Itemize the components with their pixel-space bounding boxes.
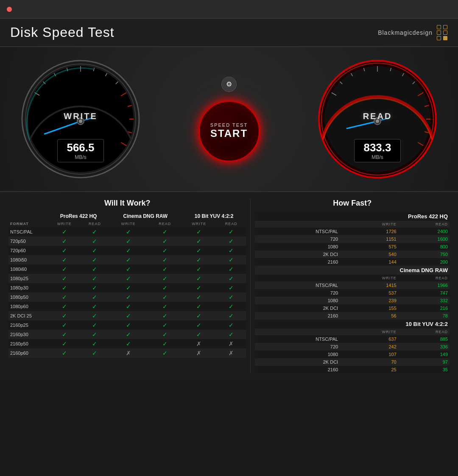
wiw-cell: ✓	[109, 339, 148, 348]
wiw-cell: ✓	[109, 255, 148, 264]
wiw-cell: ✓	[48, 339, 81, 348]
check-icon: ✓	[92, 228, 97, 235]
read-gauge: READ 833.3 MB/s	[314, 56, 441, 183]
cdng-read-header: READ	[148, 220, 182, 227]
hf-row-label: 2K DCI	[255, 251, 340, 258]
cdng-write-header: WRITE	[109, 220, 148, 227]
brand-name: Blackmagicdesign	[378, 29, 433, 36]
start-button[interactable]: SPEED TEST START	[198, 100, 260, 162]
wiw-row-label: 720p50	[8, 237, 48, 246]
hf-data-row: 21602535	[255, 366, 450, 373]
how-fast-table: ProRes 422 HQWRITEREADNTSC/PAL1726240072…	[255, 212, 450, 373]
wiw-row-label: 2160p25	[8, 320, 48, 330]
wiw-row: 1080p50✓✓✓✓✓✓	[8, 292, 246, 302]
wiw-cell: ✓	[109, 274, 148, 283]
hf-row-label: 1080	[255, 243, 340, 251]
wiw-cell: ✓	[148, 237, 182, 246]
wiw-row: 2160p25✓✓✓✓✓✓	[8, 320, 246, 330]
wiw-cell: ✓	[182, 311, 216, 320]
brand-logo	[437, 25, 448, 40]
wiw-cell: ✓	[81, 292, 109, 302]
check-icon: ✓	[126, 284, 131, 291]
hf-write-value: 56	[340, 312, 398, 320]
check-icon: ✓	[62, 284, 67, 291]
check-icon: ✓	[196, 303, 201, 310]
hf-data-row: 72011511600	[255, 235, 450, 243]
close-button[interactable]	[7, 7, 12, 12]
check-icon: ✓	[126, 266, 131, 273]
check-icon: ✓	[92, 312, 97, 319]
check-icon: ✓	[162, 350, 168, 356]
wiw-cell: ✓	[81, 320, 109, 330]
hf-data-row: 1080239332	[255, 297, 450, 304]
check-icon: ✓	[229, 303, 234, 310]
check-icon: ✓	[92, 350, 97, 356]
wiw-cell: ✓	[182, 330, 216, 339]
wiw-row: 2160p60✓✓✗✓✗✗	[8, 348, 246, 358]
wiw-cell: ✓	[109, 246, 148, 255]
wiw-row-label: 1080i60	[8, 264, 48, 274]
hf-write-value: 107	[340, 351, 398, 358]
wiw-cell: ✓	[81, 330, 109, 339]
gauges-section: WRITE 566.5 MB/s ⚙ SPEED TEST START	[0, 47, 458, 192]
check-icon: ✓	[162, 294, 168, 301]
check-icon: ✓	[62, 228, 67, 235]
wiw-cell: ✓	[216, 246, 246, 255]
wiw-cell: ✓	[148, 283, 182, 292]
check-icon: ✓	[62, 275, 67, 282]
wiw-cell: ✓	[216, 330, 246, 339]
hf-data-row: 2K DCI7097	[255, 358, 450, 366]
wiw-cell: ✓	[216, 302, 246, 311]
read-gauge-value-box: 833.3 MB/s	[354, 139, 401, 162]
cross-icon: ✗	[196, 340, 201, 347]
wiw-cell: ✓	[48, 283, 81, 292]
wiw-cell: ✓	[81, 283, 109, 292]
wiw-cell: ✓	[182, 255, 216, 264]
check-icon: ✓	[229, 312, 234, 319]
logo-sq-5	[437, 36, 441, 40]
prores-write-header: WRITE	[48, 220, 81, 227]
check-icon: ✓	[62, 312, 67, 319]
check-icon: ✓	[196, 294, 201, 301]
read-gauge-unit: MB/s	[360, 154, 394, 160]
wiw-cell: ✓	[182, 283, 216, 292]
settings-button[interactable]: ⚙	[221, 77, 237, 92]
wiw-cell: ✓	[148, 302, 182, 311]
logo-sq-3	[437, 31, 441, 35]
check-icon: ✓	[229, 228, 234, 235]
hf-row-label: 2K DCI	[255, 304, 340, 312]
hf-group-name: Cinema DNG RAW	[255, 266, 450, 275]
hf-data-row: NTSC/PAL14151966	[255, 281, 450, 289]
hf-data-row: 720537747	[255, 289, 450, 297]
wiw-cell: ✗	[109, 348, 148, 358]
check-icon: ✓	[92, 247, 97, 254]
hf-group-name: ProRes 422 HQ	[255, 212, 450, 221]
wiw-row: 1080i60✓✓✓✓✓✓	[8, 264, 246, 274]
wiw-cell: ✓	[81, 302, 109, 311]
check-icon: ✓	[62, 256, 67, 263]
wiw-row-label: 1080p60	[8, 302, 48, 311]
hf-subheader-row: WRITEREAD	[255, 328, 450, 335]
yuv-write-header: WRITE	[182, 220, 216, 227]
wiw-cell: ✓	[109, 227, 148, 237]
hf-write-value: 575	[340, 243, 398, 251]
check-icon: ✓	[126, 256, 131, 263]
wiw-cell: ✓	[216, 311, 246, 320]
wiw-cell: ✓	[216, 283, 246, 292]
check-icon: ✓	[62, 266, 67, 273]
hf-write-value: 70	[340, 358, 398, 366]
wiw-row-label: 1080p25	[8, 274, 48, 283]
wiw-cell: ✓	[81, 339, 109, 348]
wiw-row: 1080p30✓✓✓✓✓✓	[8, 283, 246, 292]
wiw-row-label: 1080p50	[8, 292, 48, 302]
hf-row-label: NTSC/PAL	[255, 335, 340, 343]
hf-read-value: 332	[398, 297, 450, 304]
check-icon: ✓	[62, 340, 67, 347]
wiw-row: 2K DCI 25✓✓✓✓✓✓	[8, 311, 246, 320]
check-icon: ✓	[126, 228, 131, 235]
hf-read-value: 97	[398, 358, 450, 366]
check-icon: ✓	[126, 322, 131, 328]
write-gauge-unit: MB/s	[64, 154, 98, 160]
logo-sq-2	[443, 25, 447, 29]
wiw-cell: ✓	[81, 348, 109, 358]
